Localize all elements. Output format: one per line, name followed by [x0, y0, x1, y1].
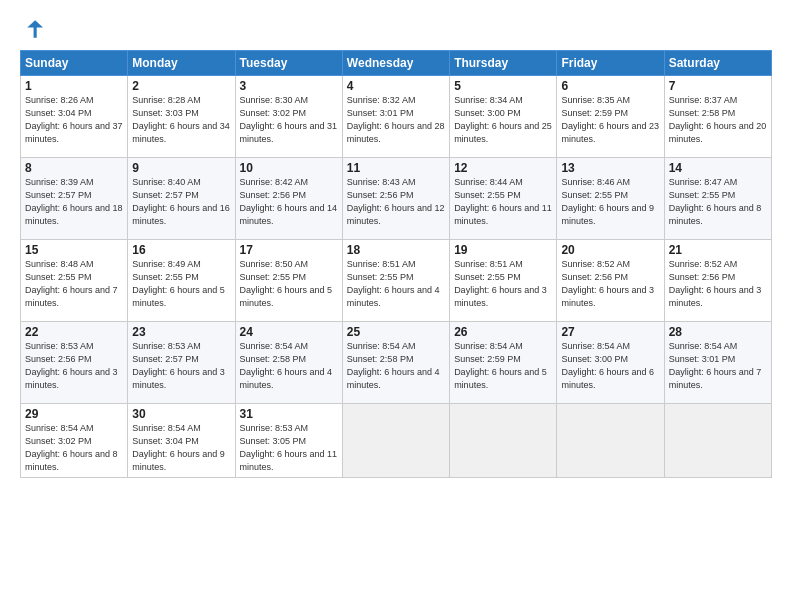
calendar-cell: 26Sunrise: 8:54 AMSunset: 2:59 PMDayligh… [450, 322, 557, 404]
day-number: 15 [25, 243, 123, 257]
calendar-cell: 16Sunrise: 8:49 AMSunset: 2:55 PMDayligh… [128, 240, 235, 322]
calendar-cell: 18Sunrise: 8:51 AMSunset: 2:55 PMDayligh… [342, 240, 449, 322]
calendar-cell: 13Sunrise: 8:46 AMSunset: 2:55 PMDayligh… [557, 158, 664, 240]
calendar-cell: 6Sunrise: 8:35 AMSunset: 2:59 PMDaylight… [557, 76, 664, 158]
day-number: 31 [240, 407, 338, 421]
calendar-table: SundayMondayTuesdayWednesdayThursdayFrid… [20, 50, 772, 478]
cell-content: Sunrise: 8:54 AMSunset: 2:59 PMDaylight:… [454, 340, 552, 392]
day-number: 6 [561, 79, 659, 93]
calendar-cell: 17Sunrise: 8:50 AMSunset: 2:55 PMDayligh… [235, 240, 342, 322]
day-number: 2 [132, 79, 230, 93]
weekday-header: Sunday [21, 51, 128, 76]
cell-content: Sunrise: 8:42 AMSunset: 2:56 PMDaylight:… [240, 176, 338, 228]
calendar-cell: 27Sunrise: 8:54 AMSunset: 3:00 PMDayligh… [557, 322, 664, 404]
day-number: 3 [240, 79, 338, 93]
cell-content: Sunrise: 8:54 AMSunset: 2:58 PMDaylight:… [347, 340, 445, 392]
day-number: 9 [132, 161, 230, 175]
day-number: 4 [347, 79, 445, 93]
calendar-cell [450, 404, 557, 478]
calendar-cell: 24Sunrise: 8:54 AMSunset: 2:58 PMDayligh… [235, 322, 342, 404]
cell-content: Sunrise: 8:34 AMSunset: 3:00 PMDaylight:… [454, 94, 552, 146]
calendar-cell: 1Sunrise: 8:26 AMSunset: 3:04 PMDaylight… [21, 76, 128, 158]
cell-content: Sunrise: 8:37 AMSunset: 2:58 PMDaylight:… [669, 94, 767, 146]
day-number: 25 [347, 325, 445, 339]
day-number: 23 [132, 325, 230, 339]
calendar-cell: 4Sunrise: 8:32 AMSunset: 3:01 PMDaylight… [342, 76, 449, 158]
weekday-header: Thursday [450, 51, 557, 76]
cell-content: Sunrise: 8:32 AMSunset: 3:01 PMDaylight:… [347, 94, 445, 146]
cell-content: Sunrise: 8:50 AMSunset: 2:55 PMDaylight:… [240, 258, 338, 310]
calendar-week-row: 29Sunrise: 8:54 AMSunset: 3:02 PMDayligh… [21, 404, 772, 478]
day-number: 29 [25, 407, 123, 421]
calendar-week-row: 22Sunrise: 8:53 AMSunset: 2:56 PMDayligh… [21, 322, 772, 404]
day-number: 21 [669, 243, 767, 257]
calendar-cell: 21Sunrise: 8:52 AMSunset: 2:56 PMDayligh… [664, 240, 771, 322]
cell-content: Sunrise: 8:54 AMSunset: 3:04 PMDaylight:… [132, 422, 230, 474]
calendar-cell: 30Sunrise: 8:54 AMSunset: 3:04 PMDayligh… [128, 404, 235, 478]
day-number: 12 [454, 161, 552, 175]
weekday-header: Monday [128, 51, 235, 76]
calendar-cell: 15Sunrise: 8:48 AMSunset: 2:55 PMDayligh… [21, 240, 128, 322]
day-number: 11 [347, 161, 445, 175]
calendar-cell: 7Sunrise: 8:37 AMSunset: 2:58 PMDaylight… [664, 76, 771, 158]
cell-content: Sunrise: 8:52 AMSunset: 2:56 PMDaylight:… [561, 258, 659, 310]
day-number: 27 [561, 325, 659, 339]
calendar-cell: 23Sunrise: 8:53 AMSunset: 2:57 PMDayligh… [128, 322, 235, 404]
day-number: 26 [454, 325, 552, 339]
day-number: 7 [669, 79, 767, 93]
calendar-week-row: 1Sunrise: 8:26 AMSunset: 3:04 PMDaylight… [21, 76, 772, 158]
cell-content: Sunrise: 8:39 AMSunset: 2:57 PMDaylight:… [25, 176, 123, 228]
cell-content: Sunrise: 8:35 AMSunset: 2:59 PMDaylight:… [561, 94, 659, 146]
cell-content: Sunrise: 8:53 AMSunset: 2:57 PMDaylight:… [132, 340, 230, 392]
cell-content: Sunrise: 8:54 AMSunset: 3:00 PMDaylight:… [561, 340, 659, 392]
day-number: 13 [561, 161, 659, 175]
cell-content: Sunrise: 8:44 AMSunset: 2:55 PMDaylight:… [454, 176, 552, 228]
day-number: 20 [561, 243, 659, 257]
cell-content: Sunrise: 8:26 AMSunset: 3:04 PMDaylight:… [25, 94, 123, 146]
svg-marker-0 [27, 20, 43, 37]
day-number: 19 [454, 243, 552, 257]
logo [20, 18, 45, 44]
cell-content: Sunrise: 8:52 AMSunset: 2:56 PMDaylight:… [669, 258, 767, 310]
calendar-cell [342, 404, 449, 478]
header [20, 18, 772, 44]
day-number: 17 [240, 243, 338, 257]
calendar-cell: 19Sunrise: 8:51 AMSunset: 2:55 PMDayligh… [450, 240, 557, 322]
calendar-cell: 20Sunrise: 8:52 AMSunset: 2:56 PMDayligh… [557, 240, 664, 322]
day-number: 14 [669, 161, 767, 175]
cell-content: Sunrise: 8:46 AMSunset: 2:55 PMDaylight:… [561, 176, 659, 228]
logo-icon [21, 18, 43, 40]
day-number: 5 [454, 79, 552, 93]
calendar-cell [557, 404, 664, 478]
cell-content: Sunrise: 8:53 AMSunset: 3:05 PMDaylight:… [240, 422, 338, 474]
calendar-cell: 22Sunrise: 8:53 AMSunset: 2:56 PMDayligh… [21, 322, 128, 404]
calendar-cell: 11Sunrise: 8:43 AMSunset: 2:56 PMDayligh… [342, 158, 449, 240]
calendar-cell: 9Sunrise: 8:40 AMSunset: 2:57 PMDaylight… [128, 158, 235, 240]
calendar-header-row: SundayMondayTuesdayWednesdayThursdayFrid… [21, 51, 772, 76]
calendar-week-row: 8Sunrise: 8:39 AMSunset: 2:57 PMDaylight… [21, 158, 772, 240]
cell-content: Sunrise: 8:54 AMSunset: 3:01 PMDaylight:… [669, 340, 767, 392]
calendar-cell: 2Sunrise: 8:28 AMSunset: 3:03 PMDaylight… [128, 76, 235, 158]
calendar-cell: 28Sunrise: 8:54 AMSunset: 3:01 PMDayligh… [664, 322, 771, 404]
calendar-cell: 5Sunrise: 8:34 AMSunset: 3:00 PMDaylight… [450, 76, 557, 158]
calendar-cell: 12Sunrise: 8:44 AMSunset: 2:55 PMDayligh… [450, 158, 557, 240]
calendar-cell: 29Sunrise: 8:54 AMSunset: 3:02 PMDayligh… [21, 404, 128, 478]
day-number: 30 [132, 407, 230, 421]
day-number: 24 [240, 325, 338, 339]
day-number: 8 [25, 161, 123, 175]
weekday-header: Saturday [664, 51, 771, 76]
day-number: 1 [25, 79, 123, 93]
cell-content: Sunrise: 8:51 AMSunset: 2:55 PMDaylight:… [347, 258, 445, 310]
calendar-cell: 8Sunrise: 8:39 AMSunset: 2:57 PMDaylight… [21, 158, 128, 240]
day-number: 22 [25, 325, 123, 339]
cell-content: Sunrise: 8:30 AMSunset: 3:02 PMDaylight:… [240, 94, 338, 146]
cell-content: Sunrise: 8:51 AMSunset: 2:55 PMDaylight:… [454, 258, 552, 310]
calendar-cell: 14Sunrise: 8:47 AMSunset: 2:55 PMDayligh… [664, 158, 771, 240]
cell-content: Sunrise: 8:49 AMSunset: 2:55 PMDaylight:… [132, 258, 230, 310]
calendar-page: SundayMondayTuesdayWednesdayThursdayFrid… [0, 0, 792, 612]
weekday-header: Tuesday [235, 51, 342, 76]
calendar-cell: 31Sunrise: 8:53 AMSunset: 3:05 PMDayligh… [235, 404, 342, 478]
cell-content: Sunrise: 8:48 AMSunset: 2:55 PMDaylight:… [25, 258, 123, 310]
day-number: 18 [347, 243, 445, 257]
day-number: 16 [132, 243, 230, 257]
